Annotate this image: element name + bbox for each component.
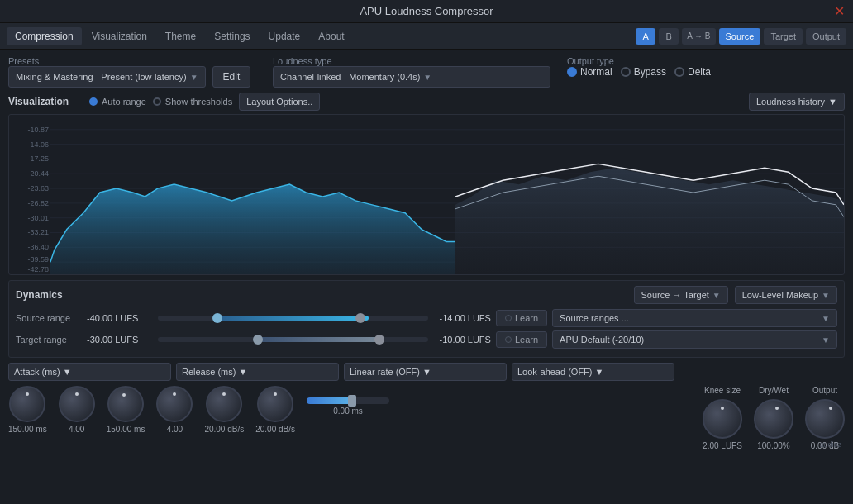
- target-range-learn-button[interactable]: Learn: [496, 331, 547, 348]
- presets-dropdown[interactable]: Mixing & Mastering - Present (low-latenc…: [8, 66, 206, 88]
- loudness-type-dropdown[interactable]: Channel-linked - Momentary (0.4s) ▼: [273, 66, 550, 88]
- presets-arrow-icon: ▼: [190, 73, 198, 82]
- loudness-type-value: Channel-linked - Momentary (0.4s): [280, 72, 420, 82]
- nav-update[interactable]: Update: [260, 27, 309, 45]
- svg-text:-14.06: -14.06: [27, 140, 48, 149]
- chart-right: [455, 115, 844, 274]
- target-range-slider[interactable]: [158, 337, 428, 342]
- level-dropdown[interactable]: Low-Level Makeup ▼: [735, 286, 837, 304]
- svg-text:-20.44: -20.44: [27, 169, 48, 178]
- chart-area: -10.87 -14.06 -17.25 -20.44 -23.63 -26.8…: [8, 114, 845, 275]
- source-range-handle-left[interactable]: [212, 313, 222, 323]
- linear-dropdown[interactable]: Linear rate (OFF) ▼: [344, 363, 507, 381]
- level-arrow-icon: ▼: [822, 291, 830, 300]
- dynamics-section: Dynamics Source → Target ▼ Low-Level Mak…: [8, 280, 845, 358]
- source-range-label: Source range: [16, 313, 82, 323]
- ab-arrow-button[interactable]: A → B: [682, 28, 715, 45]
- attack-knob-2[interactable]: [59, 386, 95, 422]
- source-range-slider[interactable]: [158, 316, 428, 321]
- release-knob-1[interactable]: [107, 386, 144, 422]
- layout-options-button[interactable]: Layout Options..: [239, 93, 320, 111]
- target-range-max: -10.00 LUFS: [433, 335, 491, 345]
- edit-button[interactable]: Edit: [212, 66, 251, 88]
- a-button[interactable]: A: [636, 28, 655, 45]
- chart-right-svg: [455, 115, 844, 274]
- linear-knob-1-group: 20.00 dB/s: [204, 386, 244, 434]
- knob-dot-4: [173, 392, 176, 396]
- nav-theme[interactable]: Theme: [157, 27, 204, 45]
- nav-about[interactable]: About: [310, 27, 352, 45]
- attack-arrow-icon: ▼: [63, 367, 72, 377]
- lookahead-dropdown[interactable]: Look-ahead (OFF) ▼: [512, 363, 674, 381]
- dry-wet-group: Dry/Wet 100.00%: [754, 386, 793, 450]
- svg-text:-42.78: -42.78: [27, 265, 48, 273]
- knee-size-value: 2.00 LUFS: [703, 441, 742, 450]
- knee-size-group: Knee size 2.00 LUFS: [703, 386, 742, 450]
- attack-knob-1-group: 150.00 ms: [8, 386, 47, 434]
- linear-arrow-icon: ▼: [422, 367, 431, 377]
- lookahead-handle[interactable]: [348, 395, 356, 407]
- radio-delta[interactable]: Delta: [674, 66, 711, 78]
- target-range-handle-left[interactable]: [253, 335, 263, 345]
- radio-normal[interactable]: Normal: [567, 66, 612, 78]
- svg-text:-33.21: -33.21: [27, 229, 48, 237]
- right-knobs: Knee size 2.00 LUFS Dry/Wet 100.00%: [703, 386, 845, 450]
- output-block: Output type Normal Bypass Delta: [567, 56, 845, 78]
- mode-arrow-icon: ▼: [712, 291, 721, 300]
- attack-knob-1[interactable]: [9, 386, 45, 422]
- knob-dot-1: [26, 392, 29, 396]
- dynamics-dropdown: Source → Target ▼ Low-Level Makeup ▼: [634, 286, 838, 304]
- output-knob-label: Output: [812, 386, 837, 395]
- main-content: Presets Mixing & Mastering - Present (lo…: [0, 50, 853, 459]
- close-icon[interactable]: ✕: [834, 3, 845, 19]
- radio-bypass-dot: [621, 67, 631, 77]
- lookahead-slider[interactable]: [307, 397, 389, 404]
- target-range-handle-right[interactable]: [374, 335, 384, 345]
- source-target-dropdown[interactable]: Source → Target ▼: [634, 286, 728, 304]
- linear-knob-2[interactable]: [257, 386, 293, 422]
- attack-knob-1-value: 150.00 ms: [8, 425, 47, 434]
- loudness-history-label: Loudness history: [756, 97, 825, 107]
- dry-wet-knob[interactable]: [754, 399, 793, 439]
- target-range-row: Target range -30.00 LUFS -10.00 LUFS Lea…: [16, 330, 837, 349]
- show-thresholds-label: Show thresholds: [165, 97, 232, 107]
- output-knob-dot: [829, 407, 832, 410]
- dynamics-header: Dynamics Source → Target ▼ Low-Level Mak…: [16, 286, 837, 304]
- chart-left: -10.87 -14.06 -17.25 -20.44 -23.63 -26.8…: [9, 115, 455, 274]
- loudness-history-arrow-icon: ▼: [828, 97, 837, 107]
- auto-range-toggle[interactable]: Auto range: [89, 97, 146, 107]
- output-button[interactable]: Output: [806, 28, 846, 45]
- attack-dropdown[interactable]: Attack (ms) ▼: [8, 363, 171, 381]
- release-knob-2[interactable]: [156, 386, 193, 422]
- source-button[interactable]: Source: [719, 28, 761, 45]
- svg-text:-17.25: -17.25: [27, 155, 48, 163]
- apu-default-dropdown[interactable]: APU Default (-20/10) ▼: [552, 330, 837, 349]
- source-range-handle-right[interactable]: [355, 313, 365, 323]
- knee-size-knob[interactable]: [703, 399, 742, 439]
- presets-row: Mixing & Mastering - Present (low-latenc…: [8, 66, 256, 88]
- source-ranges-dropdown[interactable]: Source ranges ... ▼: [552, 309, 837, 327]
- source-range-learn-button[interactable]: Learn: [496, 310, 547, 326]
- nav-compression[interactable]: Compression: [7, 27, 82, 45]
- radio-bypass[interactable]: Bypass: [621, 66, 666, 78]
- b-button[interactable]: B: [659, 28, 679, 45]
- visualization-label: Visualization: [8, 96, 83, 107]
- source-ranges-value: Source ranges ...: [560, 313, 629, 323]
- nav-visualization[interactable]: Visualization: [83, 27, 155, 45]
- knob-dot-3: [122, 393, 126, 397]
- presets-label: Presets: [8, 56, 256, 66]
- release-dropdown[interactable]: Release (ms) ▼: [176, 363, 339, 381]
- release-knob-1-group: 150.00 ms: [107, 386, 145, 434]
- lookahead-value: 0.00 ms: [333, 407, 363, 416]
- app-title: APU Loudness Compressor: [360, 5, 493, 17]
- output-knob[interactable]: [805, 399, 845, 439]
- svg-text:-26.82: -26.82: [27, 199, 48, 207]
- target-button[interactable]: Target: [764, 28, 803, 45]
- show-thresholds-toggle[interactable]: Show thresholds: [153, 97, 232, 107]
- lookahead-label: Look-ahead (OFF): [517, 367, 592, 377]
- nav-settings[interactable]: Settings: [206, 27, 258, 45]
- nav-bar: Compression Visualization Theme Settings…: [0, 23, 853, 50]
- release-knob-2-value: 4.00: [167, 425, 183, 434]
- linear-knob-1[interactable]: [206, 386, 242, 422]
- loudness-history-button[interactable]: Loudness history ▼: [749, 93, 845, 111]
